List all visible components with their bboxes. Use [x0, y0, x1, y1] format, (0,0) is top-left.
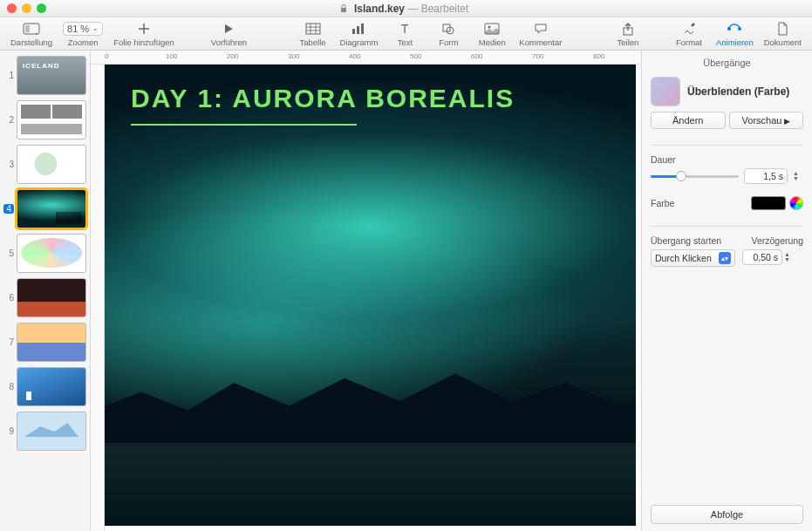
zoom-value: 81 %: [67, 24, 89, 34]
text-button[interactable]: T Text: [383, 21, 426, 47]
slide-title-underline: [131, 124, 357, 126]
svg-rect-6: [361, 24, 364, 34]
delay-field[interactable]: 0,50 s: [742, 249, 782, 265]
lock-icon: [339, 4, 348, 13]
shape-icon: [441, 21, 455, 37]
window-controls: [7, 3, 46, 13]
preview-transition-button[interactable]: Vorschau: [729, 112, 804, 129]
slide-thumbnail[interactable]: 7: [3, 323, 86, 362]
view-button[interactable]: Darstellung: [5, 21, 58, 47]
minimize-window-button[interactable]: [22, 3, 31, 13]
delay-label: Verzögerung: [742, 235, 803, 246]
change-transition-button[interactable]: Ändern: [651, 112, 726, 129]
close-window-button[interactable]: [7, 3, 17, 13]
media-button[interactable]: Medien: [470, 21, 514, 47]
slide-title-text[interactable]: DAY 1: AURORA BOREALIS: [131, 84, 515, 113]
slide-thumbnail[interactable]: 5: [3, 234, 86, 273]
svg-point-14: [738, 27, 741, 31]
toolbar: Darstellung 81 %⌄ Zoomen Folie hinzufüge…: [0, 17, 812, 51]
svg-rect-0: [341, 8, 346, 12]
format-inspector-button[interactable]: Format: [667, 21, 711, 47]
shape-button[interactable]: Form: [426, 21, 470, 47]
duration-label: Dauer: [651, 154, 803, 165]
slide-thumbnail[interactable]: 8: [3, 367, 86, 406]
document-icon: [776, 21, 788, 37]
mountain-silhouette: [105, 351, 636, 443]
play-icon: [222, 21, 235, 37]
delay-stepper[interactable]: ▲▼: [784, 252, 795, 262]
slide-navigator[interactable]: 1 ICELAND 2 3 4 5 6 7 8: [0, 51, 91, 531]
svg-rect-5: [357, 26, 359, 34]
window-title: Island.key — Bearbeitet: [46, 3, 761, 15]
chart-icon: [351, 21, 366, 37]
build-order-button[interactable]: Abfolge: [651, 505, 803, 524]
text-icon: T: [398, 21, 412, 37]
svg-point-11: [488, 25, 491, 28]
transition-name: Überblenden (Farbe): [687, 85, 789, 98]
svg-rect-3: [306, 24, 320, 34]
fullscreen-window-button[interactable]: [37, 3, 46, 13]
brush-icon: [682, 21, 696, 37]
svg-point-13: [727, 27, 731, 31]
water-reflection: [105, 443, 636, 526]
inspector-tab-label: Übergänge: [651, 58, 803, 68]
slide-thumbnail[interactable]: 1 ICELAND: [3, 56, 86, 95]
comment-icon: [534, 21, 548, 37]
slide-thumbnail-selected[interactable]: 4: [3, 189, 86, 228]
animate-inspector-button[interactable]: Animieren: [711, 21, 759, 47]
slide-canvas-area: 0 100 200 300 400 500 600 700 800 DAY 1:…: [91, 51, 641, 531]
animate-inspector-panel: Übergänge Überblenden (Farbe) Ändern Vor…: [641, 51, 812, 531]
chevron-down-icon: ⌄: [92, 24, 99, 32]
svg-rect-4: [352, 29, 355, 34]
zoom-control[interactable]: 81 %⌄ Zoomen: [58, 21, 108, 47]
duration-field[interactable]: 1,5 s: [744, 168, 788, 184]
horizontal-ruler: 0 100 200 300 400 500 600 700 800: [91, 51, 641, 65]
comment-button[interactable]: Kommentar: [514, 21, 567, 47]
vertical-ruler: [91, 65, 105, 531]
document-filename: Island.key: [354, 3, 405, 15]
color-label: Farbe: [651, 198, 674, 208]
slide-thumbnail[interactable]: 3: [3, 145, 86, 184]
transition-color-well[interactable]: [751, 196, 786, 210]
table-icon: [305, 21, 321, 37]
share-button[interactable]: Teilen: [606, 21, 650, 47]
chart-button[interactable]: Diagramm: [335, 21, 384, 47]
duration-stepper[interactable]: ▲▼: [793, 171, 803, 181]
color-picker-icon[interactable]: [789, 196, 803, 210]
slide-thumbnail[interactable]: 6: [3, 278, 86, 317]
play-button[interactable]: Vorführen: [206, 21, 252, 47]
document-status: Bearbeitet: [421, 3, 469, 15]
plus-icon: [137, 21, 151, 37]
window-titlebar: Island.key — Bearbeitet: [0, 0, 812, 17]
svg-rect-2: [25, 25, 30, 32]
start-transition-label: Übergang starten: [651, 235, 735, 246]
document-inspector-button[interactable]: Dokument: [759, 21, 807, 47]
animate-icon: [726, 21, 743, 37]
add-slide-button[interactable]: Folie hinzufügen: [108, 21, 180, 47]
transition-preview-swatch[interactable]: [651, 77, 680, 106]
media-icon: [484, 21, 500, 37]
duration-slider[interactable]: [651, 175, 739, 178]
slide-thumbnail[interactable]: 2: [3, 100, 86, 140]
view-icon: [23, 21, 40, 37]
slide-thumbnail[interactable]: 9: [3, 412, 86, 451]
share-icon: [622, 21, 634, 37]
select-chevron-icon: ▴▾: [719, 252, 731, 264]
start-transition-select[interactable]: Durch Klicken ▴▾: [651, 249, 735, 267]
table-button[interactable]: Tabelle: [291, 21, 335, 47]
slide-canvas[interactable]: DAY 1: AURORA BOREALIS: [105, 65, 636, 526]
svg-text:T: T: [401, 23, 409, 35]
